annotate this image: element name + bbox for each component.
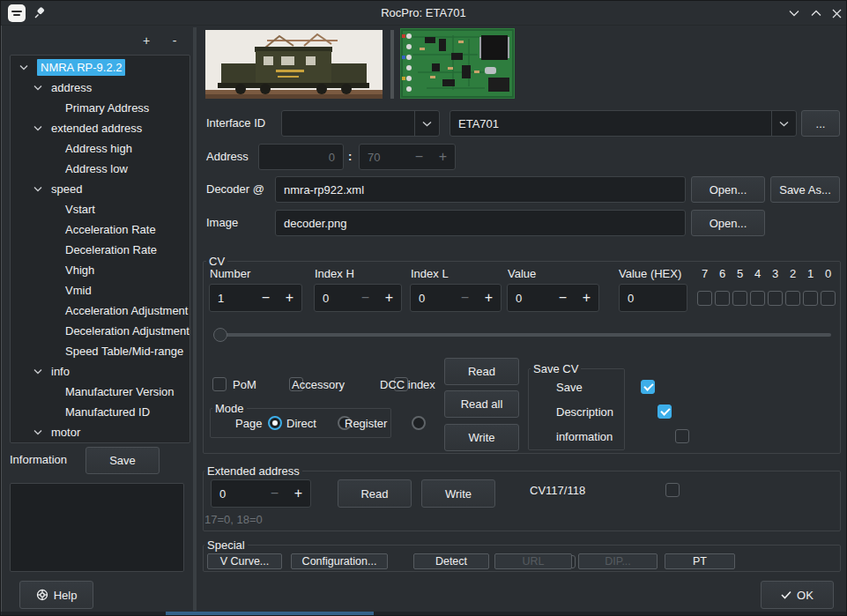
loco-id-combo[interactable]: ETA701 (450, 110, 797, 137)
decrement-button[interactable]: − (551, 290, 575, 306)
increment-button[interactable]: + (477, 290, 501, 306)
address-field[interactable]: 0 (258, 144, 344, 170)
cv-index-h-spinner[interactable]: 0 − + (314, 284, 402, 312)
decrement-button[interactable]: − (254, 290, 278, 306)
tree-item-info[interactable]: info (11, 361, 189, 382)
chevron-up-icon[interactable] (809, 6, 823, 20)
information-save-button[interactable]: Save (85, 447, 160, 474)
extended-write-button[interactable]: Write (421, 479, 495, 508)
splitter-handle[interactable] (193, 27, 197, 611)
decoder-open-button[interactable]: Open... (691, 176, 765, 203)
cv-read-button[interactable]: Read (444, 358, 519, 385)
chevron-down-icon[interactable] (19, 64, 28, 71)
decrement-button[interactable]: − (407, 149, 431, 165)
decrement-button[interactable]: − (263, 486, 286, 501)
cv-bit-5-checkbox[interactable] (732, 291, 747, 306)
cv-bit-3-checkbox[interactable] (768, 291, 783, 306)
tree-item-extended-address[interactable]: extended address (11, 118, 189, 138)
window-left-edge (1, 26, 2, 612)
cv-index-l-spinner[interactable]: 0 − + (410, 284, 502, 312)
cv-index-h-value: 0 (323, 292, 353, 305)
description-checkbox[interactable] (658, 404, 672, 419)
tree-item-manufacturer-version[interactable]: Manufacturer Version (11, 382, 189, 402)
information-textarea[interactable] (10, 483, 184, 572)
image-open-button[interactable]: Open... (691, 210, 765, 236)
more-button[interactable]: ... (801, 110, 840, 137)
pt-button[interactable]: PT (665, 553, 735, 569)
save-label: Save (556, 381, 583, 394)
cv117-label: CV117/118 (530, 484, 585, 497)
horizontal-scrollbar-thumb[interactable] (166, 612, 374, 616)
tree-item-manufactured-id[interactable]: Manufactured ID (11, 402, 189, 422)
cv-bit-4-checkbox[interactable] (750, 291, 765, 306)
extended-read-button[interactable]: Read (338, 479, 412, 508)
cv-bit-2-checkbox[interactable] (785, 291, 800, 306)
chevron-down-icon[interactable] (33, 186, 42, 192)
interface-id-combo[interactable] (281, 110, 440, 137)
tree-item-acceleration-rate[interactable]: Acceleration Rate (11, 219, 189, 240)
pom-checkbox[interactable] (212, 377, 227, 391)
increment-button[interactable]: + (431, 149, 455, 165)
chevron-down-icon[interactable] (787, 6, 801, 20)
tree-item-acceleration-adjustment[interactable]: Acceleration Adjustment (11, 301, 189, 321)
cv-value-slider-track[interactable] (214, 333, 831, 337)
cv-value-hex-field[interactable]: 0 (619, 284, 687, 312)
extended-address-spinner[interactable]: 0 − + (211, 479, 311, 508)
tree-item-address[interactable]: address (11, 78, 189, 98)
increment-button[interactable]: + (278, 290, 301, 306)
tree-item-vstart[interactable]: Vstart (11, 199, 189, 219)
cv-read-all-button[interactable]: Read all (444, 390, 519, 418)
v-curve-button[interactable]: V Curve... (207, 553, 282, 569)
cv-bit-0-checkbox[interactable] (821, 291, 836, 306)
chevron-down-icon[interactable] (33, 85, 42, 91)
cv-value-spinner[interactable]: 0 − + (507, 284, 599, 312)
configuration-button[interactable]: Configuration... (291, 553, 388, 569)
increment-button[interactable]: + (575, 290, 598, 306)
bit-checkboxes (697, 291, 836, 306)
tree-add-button[interactable]: + (138, 34, 154, 48)
chevron-down-icon[interactable] (33, 125, 42, 131)
help-button[interactable]: Help (19, 581, 93, 609)
tree-item-motor[interactable]: motor (11, 422, 189, 442)
increment-button[interactable]: + (286, 486, 310, 501)
decrement-button[interactable]: − (353, 290, 377, 306)
image-file-field[interactable]: decoder.png (275, 210, 686, 236)
loco-id-combo-value: ETA701 (450, 111, 771, 136)
cv-bit-7-checkbox[interactable] (697, 291, 712, 306)
save-information-checkbox[interactable] (675, 429, 689, 443)
tree-item-primary-address[interactable]: Primary Address (11, 98, 189, 118)
detect-button[interactable]: Detect (413, 553, 489, 569)
cv-value-slider-handle[interactable] (213, 328, 227, 342)
pin-icon[interactable] (33, 6, 47, 20)
rocpro-window: RocPro: ETA701 + - NMRA RP-9.2.2 address… (0, 0, 847, 616)
tree-item-nmra[interactable]: NMRA RP-9.2.2 (11, 57, 189, 78)
tree-item-address-high[interactable]: Address high (11, 138, 189, 159)
tree-item-deceleration-adjustment[interactable]: Deceleration Adjustment (11, 321, 189, 341)
tree-item-vmid[interactable]: Vmid (11, 280, 189, 301)
chevron-down-icon[interactable] (33, 429, 42, 435)
horizontal-scrollbar[interactable] (2, 612, 847, 616)
cv117-checkbox[interactable] (665, 483, 680, 497)
chevron-down-icon[interactable] (33, 368, 42, 375)
ok-button[interactable]: OK (761, 581, 834, 609)
cv-bit-1-checkbox[interactable] (803, 291, 818, 306)
tree-item-speed[interactable]: speed (11, 179, 189, 199)
decrement-button[interactable]: − (453, 290, 477, 306)
mode-direct-label: Direct (286, 417, 316, 430)
tree-remove-button[interactable]: - (167, 34, 182, 48)
cv-write-button[interactable]: Write (444, 424, 519, 451)
tree-item-deceleration-rate[interactable]: Deceleration Rate (11, 240, 189, 260)
tree-item-address-low[interactable]: Address low (11, 159, 189, 179)
save-checkbox[interactable] (641, 380, 655, 394)
tree-item-vhigh[interactable]: Vhigh (11, 260, 189, 280)
decoder-file-field[interactable]: nmra-rp922.xml (275, 176, 686, 203)
mode-register-radio[interactable] (412, 416, 426, 430)
tree-item-speed-table[interactable]: Speed Table/Mid-range (11, 341, 189, 361)
address-spinner[interactable]: 70 − + (359, 144, 456, 170)
close-icon[interactable] (829, 6, 843, 20)
cv-number-spinner[interactable]: 1 − + (209, 284, 302, 312)
decoder-saveas-button[interactable]: Save As... (770, 176, 840, 203)
cv-bit-6-checkbox[interactable] (715, 291, 730, 306)
mode-page-radio[interactable] (268, 416, 282, 430)
increment-button[interactable]: + (377, 290, 401, 306)
